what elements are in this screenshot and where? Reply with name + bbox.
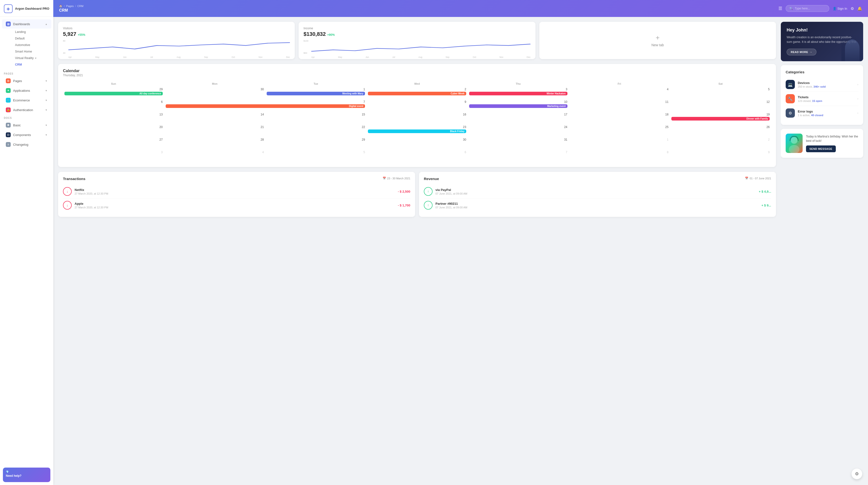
sidebar-sub-default[interactable]: Default bbox=[11, 35, 51, 42]
basic-label: Basic bbox=[13, 123, 21, 127]
pages-label: Pages bbox=[13, 79, 22, 83]
category-devices[interactable]: 💻 Devices 250 in stock, 346+ sold › bbox=[786, 77, 858, 92]
tickets-sub: 123 closed, 15 open bbox=[798, 99, 855, 102]
sidebar-sub-landing[interactable]: Landing bbox=[11, 29, 51, 35]
breadcrumb-pages[interactable]: Pages bbox=[66, 5, 73, 7]
settings-icon[interactable]: ⚙ bbox=[850, 6, 854, 11]
event-digital-event[interactable]: Digital event bbox=[166, 104, 365, 108]
sidebar-item-applications[interactable]: ✦ Applications ▼ bbox=[2, 86, 51, 95]
tx-date-netflix: 27 March 2020, at 12:30 PM bbox=[74, 192, 395, 195]
applications-icon: ✦ bbox=[6, 88, 11, 93]
search-box[interactable]: 🔍 bbox=[786, 5, 829, 12]
need-help-box[interactable]: 💎 Need help? bbox=[3, 467, 51, 482]
notifications-icon[interactable]: 🔔 bbox=[857, 6, 862, 11]
cal-header-sun: Sun bbox=[63, 81, 164, 87]
revenue-card: Revenue 📅 01 - 07 June 2021 ↑ via PayPal… bbox=[419, 172, 776, 217]
cal-cell-7-8: 7 Digital event bbox=[164, 99, 366, 112]
calendar-icon-rev: 📅 bbox=[745, 177, 748, 180]
new-tab-label: New tab bbox=[651, 43, 664, 47]
main-wrapper: 🏠 / Pages / CRM CRM ☰ 🔍 👤 Sign In ⚙ 🔔 bbox=[53, 0, 868, 485]
sidebar-sub-smarthome[interactable]: Smart Home bbox=[11, 48, 51, 55]
stat-card-visitors: Visitors 5,927 +55% 80 40 bbox=[58, 22, 295, 59]
sidebar-sub-dashboards: Landing Default Automotive Smart Home Vi… bbox=[0, 29, 53, 68]
sidebar: ◈ Argon Dashboard PRO ▦ Dashboards ▲ Lan… bbox=[0, 0, 53, 485]
stat-card-new-tab[interactable]: + New tab bbox=[539, 22, 776, 59]
event-dinner-family[interactable]: Dinner with Family bbox=[671, 117, 770, 121]
event-cyber-week[interactable]: Cyber Week bbox=[368, 92, 466, 95]
event-all-day-conference[interactable]: All day conference bbox=[64, 92, 163, 95]
event-winter-hackaton[interactable]: Winter Hackaton bbox=[469, 92, 567, 95]
cal-cell-6: 6 bbox=[63, 99, 164, 112]
cal-cell-31: 31 bbox=[468, 137, 569, 150]
sidebar-item-dashboards[interactable]: ▦ Dashboards ▲ bbox=[2, 19, 51, 29]
sidebar-item-changelog[interactable]: ≡ Changelog bbox=[2, 140, 51, 149]
send-message-button[interactable]: SEND MESSAGE bbox=[806, 146, 836, 152]
cal-cell-17: 17 bbox=[468, 112, 569, 124]
cal-cell-4-om: 4 bbox=[164, 150, 266, 162]
svg-point-1 bbox=[791, 137, 798, 144]
read-more-button[interactable]: READ MORE → bbox=[786, 48, 816, 56]
transaction-netflix: ↓ Netflix 27 March 2020, at 12:30 PM - $… bbox=[63, 185, 410, 198]
breadcrumb-crm[interactable]: CRM bbox=[77, 5, 83, 7]
visitors-change: +55% bbox=[78, 33, 85, 37]
components-label: Components bbox=[13, 133, 31, 137]
event-marketing-event[interactable]: Marketing event bbox=[469, 104, 567, 108]
cal-cell-16: 16 bbox=[366, 112, 468, 124]
tickets-name: Tickets bbox=[798, 95, 855, 99]
dashboards-label: Dashboards bbox=[13, 22, 30, 26]
content-main: Visitors 5,927 +55% 80 40 bbox=[53, 17, 781, 485]
hamburger-icon[interactable]: ☰ bbox=[778, 6, 782, 11]
errorlogs-icon: ⚙ bbox=[786, 108, 795, 118]
income-chart: $100 $60 AprMayJunJulAugSepOctNovDec bbox=[304, 40, 530, 54]
settings-fab[interactable]: ⚙ bbox=[851, 468, 862, 479]
revenue-partner: ↑ Partner #90211 07 June 2021, at 09:00 … bbox=[424, 198, 771, 212]
tx-amount-apple: - $ 1,700 bbox=[398, 203, 410, 207]
cal-cell-5-om: 5 bbox=[265, 150, 366, 162]
need-help-text: Need help? bbox=[6, 474, 48, 478]
sidebar-bottom: 💎 Need help? bbox=[0, 465, 53, 485]
category-tickets[interactable]: 🔧 Tickets 123 closed, 15 open › bbox=[786, 92, 858, 106]
sidebar-item-authentication[interactable]: 🔒 Authentication ▼ bbox=[2, 105, 51, 115]
cal-cell-29: 29 All day conference bbox=[63, 87, 164, 99]
pages-icon: ⊞ bbox=[6, 78, 11, 83]
sidebar-item-ecommerce[interactable]: 🛒 Ecommerce ▼ bbox=[2, 96, 51, 105]
tx-date-apple: 27 March 2020, at 12:30 PM bbox=[74, 206, 395, 209]
visitors-label: Visitors bbox=[63, 27, 290, 30]
transaction-apple: ↓ Apple 27 March 2020, at 12:30 PM - $ 1… bbox=[63, 198, 410, 212]
cal-cell-19: 19 Dinner with Family bbox=[670, 112, 771, 124]
cal-cell-7-om: 7 bbox=[468, 150, 569, 162]
sidebar-item-basic[interactable]: ✱ Basic ▼ bbox=[2, 121, 51, 130]
devices-sub: 250 in stock, 346+ sold bbox=[798, 85, 855, 88]
calendar-week-0: 29 All day conference 30 1 Meeting with … bbox=[63, 87, 771, 99]
cal-header-wed: Wed bbox=[366, 81, 468, 87]
sidebar-sub-vr[interactable]: Virtual Reality ▼ bbox=[11, 55, 51, 61]
cal-cell-1: 1 Meeting with Mary bbox=[265, 87, 366, 99]
tx-name-apple: Apple bbox=[74, 202, 395, 205]
birthday-card: Today is Martina's birthday. Wish her th… bbox=[781, 129, 863, 158]
income-label: Income bbox=[304, 27, 530, 30]
transactions-title: Transactions bbox=[63, 177, 86, 181]
breadcrumb-home-icon: 🏠 bbox=[59, 5, 62, 8]
auth-chevron: ▼ bbox=[45, 109, 48, 111]
categories-card: Categories 💻 Devices 250 in stock, 346+ … bbox=[781, 65, 863, 125]
cal-cell-6-om: 6 bbox=[366, 150, 468, 162]
cal-cell-25: 25 bbox=[569, 124, 670, 137]
tx-date-partner: 07 June 2021, at 09:00 AM bbox=[435, 206, 758, 209]
visitors-value: 5,927 bbox=[63, 31, 76, 37]
sidebar-sub-crm[interactable]: CRM bbox=[11, 62, 51, 68]
cal-cell-29b: 29 bbox=[265, 137, 366, 150]
event-meeting-mary[interactable]: Meeting with Mary bbox=[267, 92, 365, 95]
sidebar-item-pages[interactable]: ⊞ Pages ▼ bbox=[2, 76, 51, 86]
category-errorlogs[interactable]: ⚙ Error logs 1 is active, 40 closed › bbox=[786, 106, 858, 120]
event-black-friday[interactable]: Black Friday bbox=[368, 129, 466, 133]
calendar-subtitle: Thursday, 2021 bbox=[63, 73, 771, 77]
applications-label: Applications bbox=[13, 89, 30, 92]
cal-cell-13: 13 bbox=[63, 112, 164, 124]
sidebar-item-components[interactable]: ⊟ Components ▼ bbox=[2, 130, 51, 139]
income-chart-svg bbox=[311, 40, 530, 54]
categories-title: Categories bbox=[786, 70, 858, 74]
search-input[interactable] bbox=[795, 7, 826, 10]
sidebar-sub-automotive[interactable]: Automotive bbox=[11, 42, 51, 48]
sign-in-button[interactable]: 👤 Sign In bbox=[833, 7, 847, 10]
ecommerce-chevron: ▼ bbox=[45, 99, 48, 102]
